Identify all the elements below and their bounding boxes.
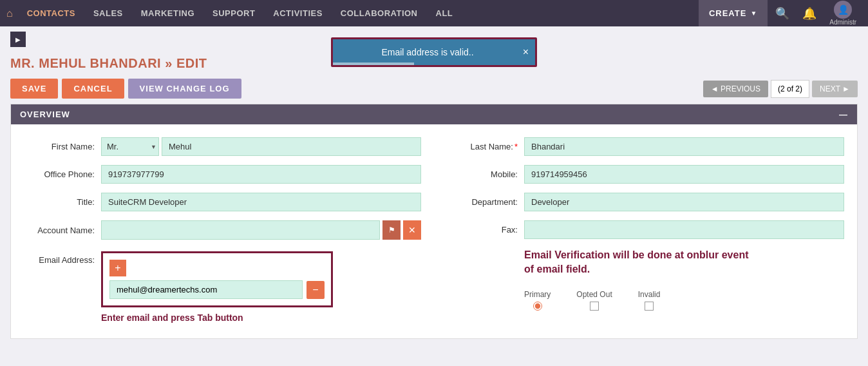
save-button[interactable]: SAVE <box>10 79 58 99</box>
email-verify-text: Email Verification will be done at onblu… <box>524 248 750 277</box>
opted-out-label: Opted Out <box>576 290 612 299</box>
first-name-label: First Name: <box>24 142 95 151</box>
account-name-input[interactable] <box>101 220 380 240</box>
account-name-row: Account Name: ⚑ ✕ <box>24 220 421 240</box>
nav-item-all[interactable]: ALL <box>427 0 462 26</box>
overview-panel: OVERVIEW — First Name: Mr. <box>10 104 858 339</box>
office-phone-row: Office Phone: <box>24 165 421 184</box>
next-button[interactable]: NEXT ► <box>812 81 858 97</box>
notification-box: Email address is valid.. × <box>331 37 537 67</box>
notification-progress-bar <box>333 63 414 65</box>
panel-title: OVERVIEW <box>20 110 70 119</box>
panel-body: First Name: Mr. Ms. Mrs. Dr. Prof. <box>11 124 857 338</box>
primary-label: Primary <box>524 290 551 299</box>
page-content: ▶ MR. MEHUL BHANDARI » EDIT SAVE CANCEL … <box>0 26 868 339</box>
search-icon[interactable]: 🔍 <box>770 6 795 21</box>
email-input[interactable] <box>109 280 303 299</box>
user-label: Administr <box>829 19 856 26</box>
salutation-select[interactable]: Mr. Ms. Mrs. Dr. Prof. <box>101 137 159 156</box>
fax-row: Fax: <box>447 220 844 239</box>
account-select-icon: ⚑ <box>388 226 395 235</box>
mobile-input[interactable] <box>524 165 844 184</box>
email-verify-row: Email Verification will be done at onblu… <box>447 248 844 277</box>
nav-links: CONTACTS SALES MARKETING SUPPORT ACTIVIT… <box>18 0 699 26</box>
mobile-row: Mobile: <box>447 165 844 184</box>
last-name-label: Last Name: <box>447 142 518 151</box>
nav-item-collaboration[interactable]: COLLABORATION <box>332 0 427 26</box>
office-phone-input[interactable] <box>101 165 421 184</box>
email-options-row: Primary Opted Out Invalid <box>447 284 844 311</box>
nav-item-activities[interactable]: ACTIVITIES <box>264 0 332 26</box>
first-name-row: First Name: Mr. Ms. Mrs. Dr. Prof. <box>24 137 421 156</box>
avatar: 👤 <box>834 1 852 19</box>
remove-email-button[interactable]: − <box>307 281 325 299</box>
department-label: Department: <box>447 197 518 207</box>
create-button[interactable]: CREATE ▼ <box>699 0 768 26</box>
panel-header: OVERVIEW — <box>11 104 857 124</box>
create-arrow-icon: ▼ <box>750 10 757 17</box>
fax-input[interactable] <box>524 220 844 239</box>
email-option-invalid: Invalid <box>638 290 661 311</box>
title-input[interactable] <box>101 193 421 211</box>
left-column: First Name: Mr. Ms. Mrs. Dr. Prof. <box>24 137 421 325</box>
top-navigation: ⌂ CONTACTS SALES MARKETING SUPPORT ACTIV… <box>0 0 868 26</box>
office-phone-label: Office Phone: <box>24 169 95 179</box>
account-select-button[interactable]: ⚑ <box>382 220 401 240</box>
department-row: Department: <box>447 193 844 211</box>
first-name-group: Mr. Ms. Mrs. Dr. Prof. <box>101 137 421 156</box>
fax-label: Fax: <box>447 225 518 235</box>
notification-overlay: Email address is valid.. × <box>331 37 537 67</box>
invalid-checkbox[interactable] <box>645 302 654 311</box>
email-hint: Enter email and press Tab button <box>101 313 333 323</box>
notification-message: Email address is valid.. <box>381 47 473 57</box>
invalid-label: Invalid <box>638 290 661 299</box>
title-row: Title: <box>24 193 421 211</box>
title-label: Title: <box>24 197 95 207</box>
view-change-log-button[interactable]: VIEW CHANGE LOG <box>128 79 241 99</box>
notification-close-button[interactable]: × <box>523 46 529 58</box>
mobile-label: Mobile: <box>447 169 518 179</box>
account-name-group: ⚑ ✕ <box>101 220 421 240</box>
first-name-input[interactable] <box>162 137 421 156</box>
department-input[interactable] <box>524 193 844 211</box>
home-icon[interactable]: ⌂ <box>6 8 13 19</box>
page-count: (2 of 2) <box>771 80 809 98</box>
play-button[interactable]: ▶ <box>10 32 26 47</box>
form-grid: First Name: Mr. Ms. Mrs. Dr. Prof. <box>24 137 844 325</box>
nav-item-sales[interactable]: SALES <box>84 0 132 26</box>
email-options: Primary Opted Out Invalid <box>524 290 660 311</box>
salutation-select-wrapper: Mr. Ms. Mrs. Dr. Prof. <box>101 137 159 156</box>
account-clear-icon: ✕ <box>408 225 416 235</box>
add-email-button[interactable]: + <box>109 260 126 276</box>
user-area[interactable]: 👤 Administr <box>824 1 862 26</box>
account-clear-button[interactable]: ✕ <box>403 220 421 240</box>
panel-collapse-icon[interactable]: — <box>839 110 848 119</box>
email-address-row: Email Address: + − Enter email and pre <box>24 249 421 323</box>
email-outer-box: + − <box>101 251 333 307</box>
email-section: + − Enter email and press Tab button <box>101 251 333 323</box>
email-row: − <box>109 280 325 299</box>
email-address-label: Email Address: <box>24 255 95 265</box>
last-name-input[interactable] <box>524 137 844 156</box>
bell-icon[interactable]: 🔔 <box>797 6 822 21</box>
last-name-row: Last Name: <box>447 137 844 156</box>
nav-item-support[interactable]: SUPPORT <box>203 0 264 26</box>
primary-radio[interactable] <box>533 302 542 311</box>
nav-item-contacts[interactable]: CONTACTS <box>18 0 84 26</box>
email-option-primary: Primary <box>524 290 551 311</box>
nav-item-marketing[interactable]: MARKETING <box>132 0 203 26</box>
cancel-button[interactable]: CANCEL <box>62 79 124 99</box>
email-option-opted-out: Opted Out <box>576 290 612 311</box>
nav-right: CREATE ▼ 🔍 🔔 👤 Administr <box>699 0 862 26</box>
opted-out-checkbox[interactable] <box>590 302 599 311</box>
action-bar: SAVE CANCEL VIEW CHANGE LOG ◄ PREVIOUS (… <box>0 73 868 104</box>
right-column: Last Name: Mobile: Department: <box>447 137 844 325</box>
previous-button[interactable]: ◄ PREVIOUS <box>703 81 768 97</box>
pagination: ◄ PREVIOUS (2 of 2) NEXT ► <box>703 80 858 98</box>
account-name-label: Account Name: <box>24 226 95 235</box>
